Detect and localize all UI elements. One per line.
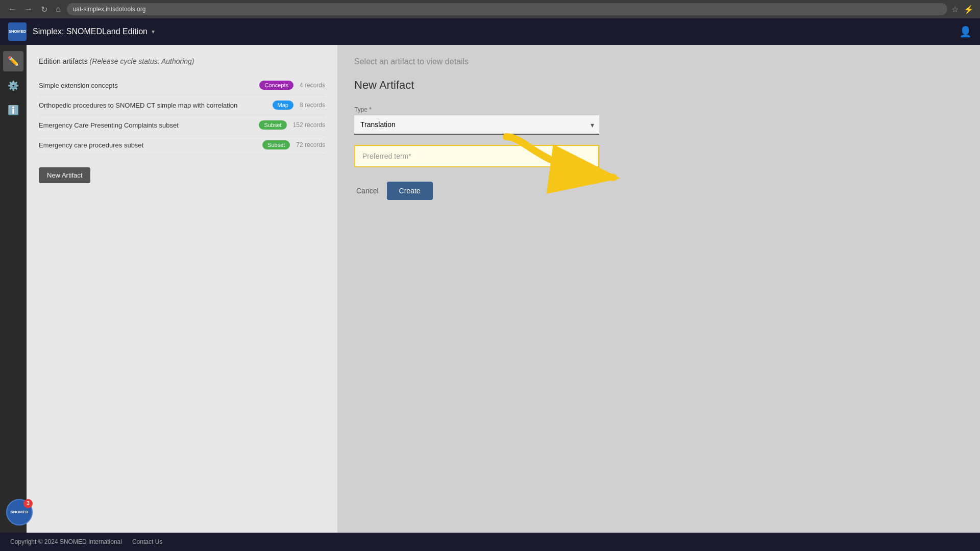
badge-subset2: Subset — [262, 140, 290, 149]
user-icon[interactable]: 👤 — [959, 26, 972, 38]
panel-title: Edition artifacts (Release cycle status:… — [39, 57, 325, 65]
right-panel-hint: Select an artifact to view details — [354, 57, 964, 66]
title-dropdown-arrow[interactable]: ▾ — [152, 28, 155, 35]
artifact-name-subset1: Emergency Care Presenting Complaints sub… — [39, 121, 255, 129]
app-footer: Copyright © 2024 SNOMED International Co… — [0, 533, 980, 551]
sidebar-item-info[interactable]: ℹ️ — [3, 100, 23, 120]
extension-icon[interactable]: ⚡ — [964, 5, 974, 14]
artifact-name-map: Orthopedic procedures to SNOMED CT simpl… — [39, 102, 268, 109]
browser-icons: ☆ ⚡ — [951, 5, 974, 14]
artifact-name-subset2: Emergency care procedures subset — [39, 141, 258, 149]
artifact-item-concepts[interactable]: Simple extension concepts Concepts 4 rec… — [39, 76, 325, 95]
contact-link[interactable]: Contact Us — [132, 538, 162, 545]
browser-bar: ← → ↻ ⌂ uat-simplex.ihtsdotools.org ☆ ⚡ — [0, 0, 980, 18]
info-icon: ℹ️ — [8, 105, 19, 116]
copyright-text: Copyright © 2024 SNOMED International — [10, 538, 122, 545]
app-title: Simplex: SNOMEDLand Edition ▾ — [33, 27, 155, 36]
new-artifact-form-title: New Artifact — [354, 79, 964, 92]
badge-concepts: Concepts — [259, 81, 293, 90]
artifact-item-map[interactable]: Orthopedic procedures to SNOMED CT simpl… — [39, 95, 325, 115]
main-content: Edition artifacts (Release cycle status:… — [27, 45, 980, 533]
artifact-item-subset2[interactable]: Emergency care procedures subset Subset … — [39, 135, 325, 155]
back-button[interactable]: ← — [6, 4, 18, 15]
right-panel: Select an artifact to view details New A… — [338, 45, 980, 533]
type-label: Type * — [354, 106, 964, 113]
sidebar-item-edit[interactable]: ✏️ — [3, 51, 23, 71]
artifact-count-subset2: 72 records — [296, 141, 325, 148]
type-select-wrapper: Translation Concepts Map Subset ▾ — [354, 115, 599, 135]
artifact-list: Simple extension concepts Concepts 4 rec… — [39, 76, 325, 155]
artifact-name-concepts: Simple extension concepts — [39, 82, 255, 89]
snomed-floating-badge[interactable]: SNOMED 3 — [6, 499, 33, 525]
app-body: ✏️ ⚙️ ℹ️ Edition artifacts (Release cycl… — [0, 45, 980, 533]
panel-status: (Release cycle status: Authoring) — [90, 57, 194, 65]
refresh-button[interactable]: ↻ — [39, 4, 50, 15]
type-form-group: Type * Translation Concepts Map Subset ▾ — [354, 106, 964, 135]
new-artifact-button[interactable]: New Artifact — [39, 167, 90, 183]
preferred-term-input[interactable] — [354, 145, 599, 167]
sidebar-item-settings[interactable]: ⚙️ — [3, 76, 23, 96]
form-actions: Cancel Create — [354, 182, 964, 200]
artifact-count-concepts: 4 records — [300, 82, 325, 89]
app-logo: SNOMED — [8, 22, 27, 41]
sidebar: ✏️ ⚙️ ℹ️ — [0, 45, 27, 533]
artifact-count-subset1: 152 records — [293, 121, 325, 129]
badge-subset1: Subset — [259, 120, 286, 130]
home-button[interactable]: ⌂ — [54, 4, 63, 15]
create-button[interactable]: Create — [387, 182, 433, 200]
forward-button[interactable]: → — [22, 4, 35, 15]
left-panel: Edition artifacts (Release cycle status:… — [27, 45, 338, 533]
address-bar[interactable]: uat-simplex.ihtsdotools.org — [67, 3, 947, 15]
edit-icon: ✏️ — [8, 56, 19, 67]
artifact-count-map: 8 records — [300, 102, 325, 109]
bookmark-icon[interactable]: ☆ — [951, 5, 959, 14]
notification-badge: 3 — [23, 499, 33, 508]
app-header: SNOMED Simplex: SNOMEDLand Edition ▾ 👤 — [0, 18, 980, 45]
artifact-item-subset1[interactable]: Emergency Care Presenting Complaints sub… — [39, 115, 325, 135]
gear-icon: ⚙️ — [8, 80, 19, 91]
cancel-button[interactable]: Cancel — [354, 183, 381, 199]
badge-map: Map — [273, 101, 293, 110]
type-select[interactable]: Translation Concepts Map Subset — [354, 115, 599, 135]
preferred-term-form-group — [354, 145, 964, 167]
